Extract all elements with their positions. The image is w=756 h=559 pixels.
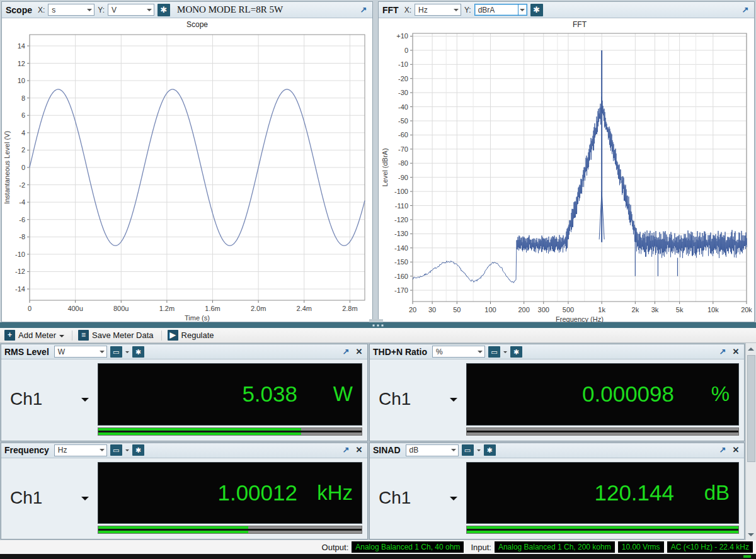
meter-display-mode-icon[interactable]: ▭ (110, 346, 122, 358)
meter-settings-gear-icon[interactable]: ✱ (484, 444, 496, 456)
scope-x-unit-select[interactable]: s (48, 4, 94, 16)
add-meter-label: Add Meter (18, 330, 56, 340)
meter-popout-icon[interactable]: ↗ (718, 445, 728, 455)
meter-header: Frequency Hz ▭ ✱ ↗ ✕ (1, 443, 367, 458)
meter-thdn-ratio: THD+N Ratio % ▭ ✱ ↗ ✕ Ch1 (369, 344, 745, 441)
meter-settings-gear-icon[interactable]: ✱ (132, 346, 144, 358)
meter-popout-icon[interactable]: ↗ (341, 445, 351, 455)
channel-select[interactable]: Ch1 (375, 363, 466, 436)
meter-display-column: 120.144 dB (466, 462, 739, 534)
channel-name: Ch1 (6, 488, 81, 508)
scroll-up-icon[interactable] (746, 343, 756, 354)
meters-scrollbar[interactable] (745, 343, 756, 540)
fft-x-label: X: (404, 6, 411, 14)
svg-text:2: 2 (21, 146, 25, 154)
fft-settings-gear-icon[interactable]: ✱ (530, 4, 543, 16)
fft-popout-icon[interactable]: ↗ (740, 5, 750, 15)
scope-y-unit-select[interactable]: V (108, 4, 154, 16)
meter-display-mode-icon[interactable]: ▭ (110, 444, 122, 456)
level-bar-stripe (467, 529, 738, 531)
fft-y-label: Y: (464, 6, 471, 14)
meter-close-icon[interactable]: ✕ (354, 347, 364, 357)
meter-readout: 120.144 dB (466, 462, 739, 524)
fft-y-unit-select[interactable]: dBrA (474, 4, 527, 16)
output-config-badge[interactable]: Analog Balanced 1 Ch, 40 ohm (352, 541, 464, 553)
meter-close-icon[interactable]: ✕ (731, 445, 741, 455)
svg-text:-14: -14 (15, 285, 25, 293)
fft-x-unit-select[interactable]: Hz (415, 4, 461, 16)
meter-body: Ch1 120.144 dB (370, 458, 744, 539)
svg-text:12: 12 (18, 60, 25, 67)
meter-unit-select[interactable]: Hz (54, 444, 107, 456)
channel-name: Ch1 (6, 389, 81, 409)
meters-grid: RMS Level W ▭ ✱ ↗ ✕ Ch1 (0, 343, 745, 540)
fft-x-unit-value: Hz (418, 6, 452, 14)
svg-text:200: 200 (518, 306, 529, 313)
svg-text:-8: -8 (19, 233, 25, 240)
save-meter-data-button[interactable]: ≡ Save Meter Data (76, 329, 158, 341)
svg-text:14: 14 (18, 42, 25, 50)
level-bar (466, 526, 739, 534)
chevron-down-icon (450, 398, 457, 405)
meter-settings-gear-icon[interactable]: ✱ (132, 444, 144, 456)
scope-y-unit-value: V (112, 6, 145, 14)
meter-unit-value: dB (410, 446, 449, 455)
save-meter-data-label: Save Meter Data (92, 330, 154, 340)
svg-text:-20: -20 (398, 75, 408, 82)
meter-popout-icon[interactable]: ↗ (341, 347, 351, 357)
meter-close-icon[interactable]: ✕ (731, 347, 741, 357)
level-bar-stripe (467, 431, 738, 432)
input-coupling-badge[interactable]: AC (<10 Hz) - 22.4 kHz (667, 541, 753, 553)
meter-unit-value: W (58, 347, 98, 356)
meter-display-mode-icon[interactable]: ▭ (488, 346, 500, 358)
svg-text:1.2m: 1.2m (159, 305, 175, 312)
regulate-button[interactable]: ▶ Regulate (166, 329, 218, 341)
channel-name: Ch1 (375, 488, 450, 508)
channel-select[interactable]: Ch1 (375, 462, 466, 534)
scope-settings-gear-icon[interactable]: ✱ (158, 4, 170, 16)
scrollbar-thumb[interactable] (747, 355, 755, 462)
add-meter-button[interactable]: + Add Meter (3, 329, 68, 341)
meter-unit-select[interactable]: W (54, 346, 107, 358)
svg-text:-120: -120 (394, 216, 408, 223)
svg-text:30: 30 (428, 306, 436, 313)
svg-text:500: 500 (563, 306, 574, 313)
svg-text:800u: 800u (113, 305, 129, 312)
meter-close-icon[interactable]: ✕ (354, 445, 364, 455)
toolbar-separator (72, 330, 72, 341)
output-label: Output: (322, 543, 349, 552)
channel-select[interactable]: Ch1 (6, 462, 98, 534)
scope-popout-icon[interactable]: ↗ (358, 5, 369, 15)
svg-text:-170: -170 (394, 286, 408, 294)
fft-panel: FFT X: Hz Y: dBrA ✱ ↗ FFT+100-10-20-30-4… (378, 1, 755, 322)
scope-y-label: Y: (98, 6, 105, 14)
meter-settings-gear-icon[interactable]: ✱ (510, 346, 522, 358)
input-config-badge[interactable]: Analog Balanced 1 Ch, 200 kohm (495, 541, 615, 553)
svg-text:2.0m: 2.0m (251, 305, 266, 312)
horizontal-splitter[interactable] (0, 322, 756, 328)
chevron-down-icon (98, 346, 106, 357)
meter-display-column: 5.038 W (98, 363, 362, 436)
meter-unit-select[interactable]: dB (406, 444, 459, 456)
svg-text:-30: -30 (398, 89, 408, 96)
meter-body: Ch1 0.000098 % (370, 359, 744, 441)
svg-text:10k: 10k (707, 306, 719, 313)
meter-unit-select[interactable]: % (432, 346, 485, 358)
scroll-down-icon[interactable] (746, 529, 756, 540)
channel-select[interactable]: Ch1 (6, 363, 98, 436)
chevron-down-icon (503, 351, 507, 355)
meter-popout-icon[interactable]: ↗ (718, 347, 728, 357)
fft-chart-body: FFT+100-10-20-30-40-50-60-70-80-90-100-1… (379, 18, 754, 325)
svg-text:Instantaneous Level (V): Instantaneous Level (V) (3, 131, 11, 204)
svg-text:-160: -160 (394, 273, 408, 280)
scrollbar-track[interactable] (746, 354, 756, 529)
chevron-down-icon (450, 497, 457, 504)
splitter-collapse-tab[interactable] (369, 319, 383, 322)
splitter-grip-icon (373, 324, 384, 326)
charts-row: Scope X: s Y: V ✱ MONO MODE RL=8R 5W ↗ S… (0, 0, 756, 322)
svg-text:0: 0 (21, 164, 25, 171)
meter-display-mode-icon[interactable]: ▭ (462, 444, 474, 456)
svg-text:-90: -90 (398, 174, 408, 181)
input-range-badge[interactable]: 10.00 Vrms (618, 541, 664, 553)
svg-text:Scope: Scope (186, 20, 208, 29)
